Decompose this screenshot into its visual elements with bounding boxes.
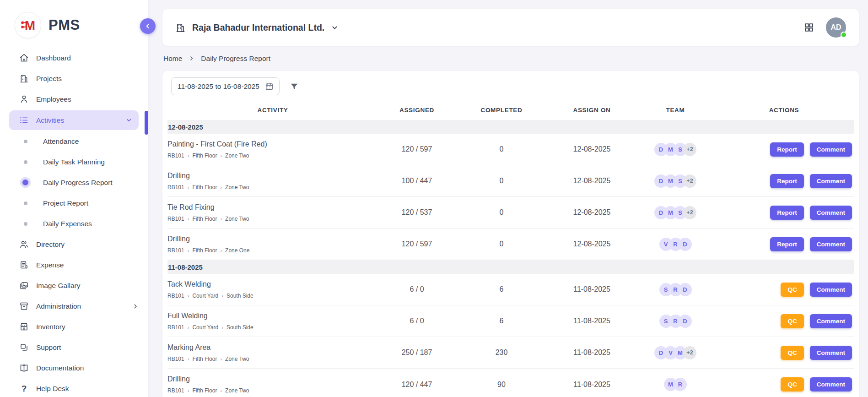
sidebar-item-documentation[interactable]: Documentation [0,358,148,378]
chevron-down-icon [331,24,339,32]
bullet-icon [24,140,27,143]
sidebar-item-administration[interactable]: Administration [0,296,148,316]
column-header-actions: ACTIONS [714,107,854,114]
sidebar-item-daily-progress-report[interactable]: Daily Progress Report [0,172,148,193]
sidebar: M PMS Dashboard Projects Employees [0,0,148,397]
path-segment: RB101 [167,216,184,222]
activity-path: RB101›Fifth Floor›Zone Two [167,184,378,190]
table-row: Tack Welding RB101›Court Yard›South Side… [167,274,854,305]
sidebar-item-attendance[interactable]: Attendance [0,131,148,152]
date-range-input[interactable]: 11-08-2025 to 16-08-2025 [171,77,280,95]
report-button[interactable]: Report [770,174,804,188]
active-section-indicator [145,111,148,135]
receipt-icon [19,260,29,270]
avatar-initials: AD [830,23,841,32]
sidebar-item-daily-expenses[interactable]: Daily Expenses [0,213,148,234]
sidebar-item-employees[interactable]: Employees [0,89,148,109]
sidebar-item-inventory[interactable]: Inventory [0,316,148,337]
comment-button[interactable]: Comment [810,142,852,157]
sidebar-item-dashboard[interactable]: Dashboard [0,48,148,68]
user-icon [19,94,29,104]
table-header: ACTIVITY ASSIGNED COMPLETED ASSIGN ON TE… [167,100,854,120]
filter-row: 11-08-2025 to 16-08-2025 [167,77,854,95]
sidebar-item-label: Documentation [36,364,84,372]
chevron-right-icon [132,303,139,310]
report-button[interactable]: Report [770,142,804,157]
team-avatar[interactable]: D [679,315,692,328]
comment-button[interactable]: Comment [810,174,852,188]
qc-button[interactable]: QC [781,346,803,360]
comment-button[interactable]: Comment [810,283,852,297]
row-actions: QCComment [714,283,854,297]
qc-button[interactable]: QC [781,377,803,392]
bullet-icon [24,160,27,164]
date-group-header: 12-08-2025 [167,120,854,134]
report-card: 11-08-2025 to 16-08-2025 ACTIVITY ASSIGN… [162,71,859,397]
filter-button[interactable] [290,82,299,91]
sidebar-item-projects[interactable]: Projects [0,68,148,89]
comment-button[interactable]: Comment [810,377,852,392]
sidebar-item-expense[interactable]: Expense [0,255,148,275]
sidebar-item-label: Employees [36,95,71,103]
sidebar-item-label: Inventory [36,323,65,331]
report-button[interactable]: Report [770,237,804,251]
svg-text:M: M [25,18,35,33]
comment-button[interactable]: Comment [810,314,852,328]
path-segment: RB101 [167,356,184,362]
path-segment: Zone One [225,247,249,254]
comment-button[interactable]: Comment [810,346,852,360]
breadcrumb-home[interactable]: Home [163,54,182,63]
path-separator-icon: › [188,153,189,158]
apps-grid-button[interactable] [804,22,814,33]
activity-title: Tie Rod Fixing [167,203,378,212]
comment-button[interactable]: Comment [810,206,852,220]
team-avatar[interactable]: D [679,283,692,296]
sidebar-item-activities[interactable]: Activities [9,110,139,130]
sidebar-item-daily-task-planning[interactable]: Daily Task Planning [0,152,148,172]
team-extra-count[interactable]: +2 [683,206,696,219]
app-logo[interactable]: M PMS [0,0,148,46]
table-row: Drilling RB101›Fifth Floor›Zone Two 120 … [167,369,854,397]
activity-title: Full Welding [167,312,378,320]
sidebar-item-label: Help Desk [36,385,69,393]
path-separator-icon: › [220,185,222,190]
path-separator-icon: › [221,293,223,299]
sidebar-item-support[interactable]: Support [0,337,148,358]
team-avatars: SRD [636,283,714,296]
path-segment: Zone Two [225,387,249,394]
sidebar-item-help-desk[interactable]: ? Help Desk [0,378,148,397]
main-area: Raja Bahadur International Ltd. AD Home … [148,0,868,397]
sidebar-item-label: Support [36,343,61,352]
row-actions: QCComment [714,377,854,392]
report-button[interactable]: Report [770,206,804,220]
sidebar-item-directory[interactable]: Directory [0,234,148,255]
comment-button[interactable]: Comment [810,237,852,251]
sidebar-item-project-report[interactable]: Project Report [0,193,148,213]
top-header: Raja Bahadur International Ltd. AD [162,9,859,46]
path-segment: Fifth Floor [192,184,217,190]
column-header-activity: ACTIVITY [167,107,378,114]
activity-path: RB101›Court Yard›South Side [167,324,378,331]
completed-value: 6 [456,285,547,294]
path-segment: RB101 [167,184,184,190]
column-header-assign-on: ASSIGN ON [547,107,636,114]
sidebar-collapse-button[interactable] [140,18,156,34]
team-extra-count[interactable]: +2 [683,346,696,359]
team-avatar[interactable]: R [674,378,687,391]
avatar[interactable]: AD [826,17,846,38]
team-avatar[interactable]: D [679,238,692,251]
company-selector[interactable]: Raja Bahadur International Ltd. [175,22,339,33]
qc-button[interactable]: QC [781,283,803,297]
team-avatars: DMS+2 [636,174,714,188]
qc-button[interactable]: QC [781,314,803,328]
sidebar-item-image-gallary[interactable]: Image Gallary [0,275,148,296]
row-actions: ReportComment [714,206,854,220]
table-row: Full Welding RB101›Court Yard›South Side… [167,305,854,337]
activity-title: Painting - First Coat (Fire Red) [167,140,378,148]
assign-on-value: 12-08-2025 [547,208,636,217]
team-extra-count[interactable]: +2 [683,143,696,156]
team-extra-count[interactable]: +2 [683,174,696,188]
grid-icon [804,22,814,33]
activity-path: RB101›Fifth Floor›Zone Two [167,216,378,222]
row-actions: ReportComment [714,237,854,251]
